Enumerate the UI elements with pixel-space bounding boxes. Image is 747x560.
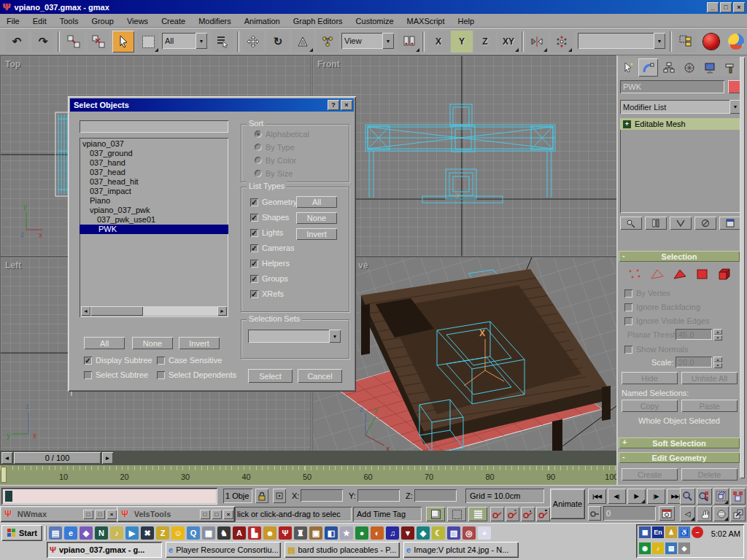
spin-down-icon[interactable]: ▼ (713, 362, 722, 368)
list-type-helpers[interactable]: ✓Helpers (250, 259, 290, 268)
task-button-1[interactable]: Ψvpiano_037.gmax - g... (47, 542, 162, 558)
spin-down-icon[interactable]: ▼ (713, 335, 722, 341)
object-list-item[interactable]: vpiano_037_pwk (80, 206, 228, 215)
quick-launch-icon-6[interactable]: ▶ (125, 526, 139, 540)
checkbox[interactable] (624, 289, 632, 298)
rollout-soft-selection[interactable]: + Soft Selection (619, 438, 740, 448)
select-and-manipulate-button[interactable] (317, 31, 338, 52)
viewport-front-label[interactable]: Front (317, 59, 340, 69)
menu-maxscript[interactable]: MAXScript (400, 15, 452, 27)
snap-cube-button[interactable] (468, 507, 487, 521)
select-button[interactable]: Select (248, 369, 293, 383)
ignore-visible-edges-option[interactable]: Ignore Visible Edges (624, 316, 710, 325)
checkbox-checked[interactable]: ✓ (250, 198, 258, 206)
tray-icon-tray1-2[interactable]: En (652, 526, 664, 538)
planar-thresh-field[interactable]: 45.0 (676, 329, 712, 340)
tab-display[interactable] (700, 58, 719, 77)
show-normals-option[interactable]: Show Normals (624, 345, 689, 354)
tab-create[interactable] (618, 58, 638, 77)
select-and-scale-button[interactable] (292, 31, 314, 52)
hide-button[interactable]: Hide (622, 372, 678, 384)
rollout-selection[interactable]: - Selection (619, 251, 740, 262)
command-panel-scrollbar[interactable] (740, 57, 745, 478)
tray-icon-tray2-4[interactable]: ◈ (678, 542, 690, 554)
track-bar-frame-indicator[interactable] (1, 467, 7, 483)
radio-icon[interactable] (255, 157, 262, 164)
material-editor-button[interactable] (725, 31, 747, 52)
named-selections-dropdown[interactable]: ▼ (578, 33, 665, 49)
restore-button[interactable]: □ (83, 510, 93, 519)
list-types-all-button[interactable]: All (296, 196, 337, 208)
element-mode-icon[interactable] (717, 268, 733, 281)
next-frame-button[interactable]: ► (102, 452, 113, 464)
create-button[interactable]: Create (622, 468, 678, 481)
percent-snap-button[interactable] (521, 507, 535, 521)
sort-option-by-type[interactable]: By Type (255, 143, 295, 152)
quick-launch-icon-16[interactable]: Ψ (279, 526, 292, 540)
menu-customize[interactable]: Customize (349, 15, 400, 27)
dialog-titlebar[interactable]: Select Objects ? × (70, 98, 354, 112)
viewport-perspective[interactable]: X z y x ve (312, 257, 618, 454)
selection-region-mode-button[interactable] (447, 507, 466, 521)
zoom-all-button[interactable] (697, 488, 712, 505)
quick-launch-icon-14[interactable]: ▙ (248, 526, 261, 540)
modifier-stack-item[interactable]: + Editable Mesh (620, 118, 741, 130)
scroll-left-icon[interactable]: ◄ (81, 306, 90, 316)
use-center-button[interactable] (398, 31, 420, 52)
task-button-4[interactable]: eImage:V plctut 24.jpg - N... (403, 542, 519, 558)
quick-launch-icon-21[interactable]: ● (355, 526, 368, 540)
object-list-item[interactable]: Piano (80, 196, 228, 206)
checkbox-checked[interactable]: ✓ (250, 244, 258, 252)
cancel-button[interactable]: Cancel (298, 369, 342, 383)
snap-toggle-3d-button[interactable] (490, 507, 504, 521)
select-and-link-button[interactable] (63, 31, 85, 52)
select-none-button[interactable]: None (132, 337, 173, 349)
viewport-front[interactable]: y Front (312, 55, 618, 257)
window-titlebar[interactable]: Ψ vpiano_037.gmax - gmax _ □ × (0, 0, 747, 14)
angle-snap-button[interactable] (506, 507, 519, 521)
quick-launch-icon-27[interactable]: ▧ (447, 526, 460, 540)
zoom-button[interactable] (680, 488, 695, 505)
unhide-all-button[interactable]: Unhide All (681, 372, 738, 384)
list-type-cameras[interactable]: ✓Cameras (250, 244, 295, 252)
menu-group[interactable]: Group (85, 15, 120, 27)
viewport-left-label[interactable]: Left (5, 260, 21, 271)
object-list-item[interactable]: 037_hand (80, 158, 228, 168)
quick-launch-icon-8[interactable]: Z (156, 526, 169, 540)
radio-icon[interactable] (255, 131, 262, 138)
quick-launch-icon-18[interactable]: ▣ (309, 526, 322, 540)
quick-launch-icon-9[interactable]: ☺ (171, 526, 185, 540)
list-type-lights[interactable]: ✓Lights (250, 228, 283, 237)
play-button[interactable]: ▶ (627, 489, 646, 504)
select-subtree-option[interactable]: Select Subtree (84, 370, 148, 379)
object-list-item[interactable]: PWK (80, 225, 228, 234)
modifier-stack[interactable]: + Editable Mesh (620, 118, 741, 213)
polygon-mode-icon[interactable] (694, 268, 711, 281)
scroll-right-icon[interactable]: ► (217, 306, 227, 316)
menu-modifiers[interactable]: Modifiers (192, 15, 238, 27)
min-max-toggle-button[interactable] (730, 506, 746, 521)
select-all-button[interactable]: All (84, 337, 125, 349)
quick-launch-icon-11[interactable]: ▦ (202, 526, 215, 540)
spinner-snap-button[interactable] (536, 507, 550, 521)
previous-key-button[interactable]: ◀| (608, 489, 626, 504)
tray-icon-tray2-3[interactable]: ▤ (665, 542, 677, 554)
current-frame-field[interactable]: 0 (603, 506, 656, 521)
maximize-button[interactable]: □ (95, 510, 105, 519)
checkbox-checked[interactable]: ✓ (250, 290, 258, 298)
configure-modifier-sets-button[interactable] (719, 217, 741, 230)
tray-icon-tray2-2[interactable]: ♪ (652, 542, 664, 554)
restrict-plane-button[interactable]: XY (498, 31, 519, 52)
menu-graph-editors[interactable]: Graph Editors (287, 15, 349, 27)
tab-utilities[interactable] (720, 58, 740, 77)
list-types-none-button[interactable]: None (296, 212, 337, 224)
restrict-x-button[interactable]: X (427, 31, 449, 52)
chevron-down-icon[interactable]: ▼ (329, 330, 341, 343)
tab-modify[interactable] (638, 58, 658, 77)
selection-sets-dropdown[interactable]: ▼ (248, 330, 341, 343)
next-key-button[interactable]: |▶ (647, 489, 665, 504)
scroll-thumb[interactable] (90, 306, 143, 316)
select-by-name-button[interactable] (212, 31, 233, 52)
add-time-tag[interactable]: Add Time Tag (353, 507, 422, 521)
sort-option-by-size[interactable]: By Size (255, 169, 293, 178)
